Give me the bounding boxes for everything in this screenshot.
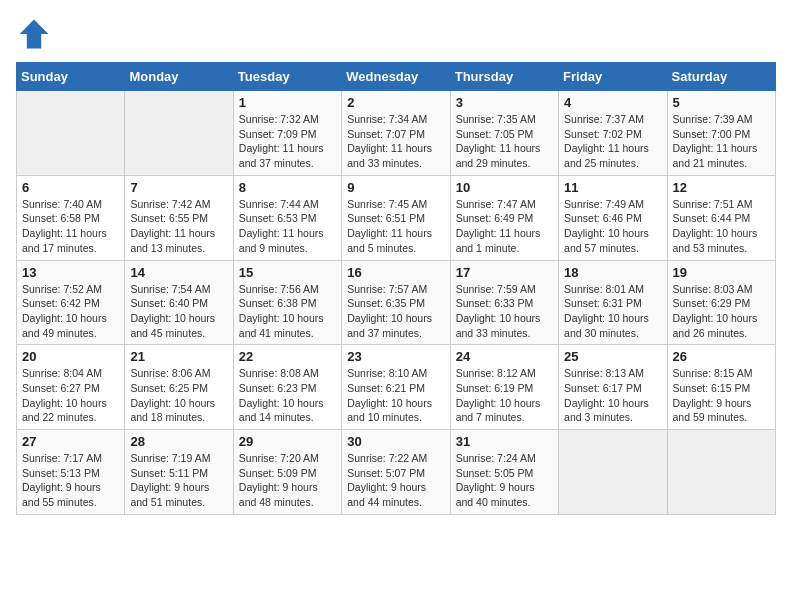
day-info: Sunrise: 8:06 AMSunset: 6:25 PMDaylight:…: [130, 366, 227, 425]
day-number: 8: [239, 180, 336, 195]
day-number: 15: [239, 265, 336, 280]
day-info: Sunrise: 7:44 AMSunset: 6:53 PMDaylight:…: [239, 197, 336, 256]
calendar-cell: [17, 91, 125, 176]
day-number: 7: [130, 180, 227, 195]
weekday-header-row: SundayMondayTuesdayWednesdayThursdayFrid…: [17, 63, 776, 91]
day-info: Sunrise: 8:13 AMSunset: 6:17 PMDaylight:…: [564, 366, 661, 425]
weekday-header-thursday: Thursday: [450, 63, 558, 91]
day-info: Sunrise: 7:34 AMSunset: 7:07 PMDaylight:…: [347, 112, 444, 171]
calendar-cell: 4Sunrise: 7:37 AMSunset: 7:02 PMDaylight…: [559, 91, 667, 176]
day-info: Sunrise: 8:03 AMSunset: 6:29 PMDaylight:…: [673, 282, 770, 341]
day-number: 9: [347, 180, 444, 195]
day-number: 19: [673, 265, 770, 280]
day-info: Sunrise: 8:15 AMSunset: 6:15 PMDaylight:…: [673, 366, 770, 425]
day-info: Sunrise: 7:54 AMSunset: 6:40 PMDaylight:…: [130, 282, 227, 341]
day-info: Sunrise: 7:52 AMSunset: 6:42 PMDaylight:…: [22, 282, 119, 341]
calendar-cell: 10Sunrise: 7:47 AMSunset: 6:49 PMDayligh…: [450, 175, 558, 260]
day-number: 3: [456, 95, 553, 110]
day-info: Sunrise: 8:12 AMSunset: 6:19 PMDaylight:…: [456, 366, 553, 425]
day-number: 20: [22, 349, 119, 364]
day-number: 22: [239, 349, 336, 364]
day-info: Sunrise: 7:24 AMSunset: 5:05 PMDaylight:…: [456, 451, 553, 510]
day-number: 5: [673, 95, 770, 110]
calendar-cell: 31Sunrise: 7:24 AMSunset: 5:05 PMDayligh…: [450, 430, 558, 515]
day-info: Sunrise: 7:22 AMSunset: 5:07 PMDaylight:…: [347, 451, 444, 510]
day-number: 23: [347, 349, 444, 364]
calendar-cell: 20Sunrise: 8:04 AMSunset: 6:27 PMDayligh…: [17, 345, 125, 430]
calendar-cell: 9Sunrise: 7:45 AMSunset: 6:51 PMDaylight…: [342, 175, 450, 260]
day-number: 12: [673, 180, 770, 195]
day-number: 26: [673, 349, 770, 364]
calendar-cell: 29Sunrise: 7:20 AMSunset: 5:09 PMDayligh…: [233, 430, 341, 515]
day-info: Sunrise: 7:51 AMSunset: 6:44 PMDaylight:…: [673, 197, 770, 256]
calendar-cell: 14Sunrise: 7:54 AMSunset: 6:40 PMDayligh…: [125, 260, 233, 345]
calendar-table: SundayMondayTuesdayWednesdayThursdayFrid…: [16, 62, 776, 515]
calendar-cell: 23Sunrise: 8:10 AMSunset: 6:21 PMDayligh…: [342, 345, 450, 430]
day-number: 27: [22, 434, 119, 449]
calendar-cell: 5Sunrise: 7:39 AMSunset: 7:00 PMDaylight…: [667, 91, 775, 176]
day-number: 16: [347, 265, 444, 280]
logo: [16, 16, 58, 52]
calendar-cell: 26Sunrise: 8:15 AMSunset: 6:15 PMDayligh…: [667, 345, 775, 430]
weekday-header-sunday: Sunday: [17, 63, 125, 91]
day-number: 24: [456, 349, 553, 364]
day-info: Sunrise: 7:49 AMSunset: 6:46 PMDaylight:…: [564, 197, 661, 256]
weekday-header-saturday: Saturday: [667, 63, 775, 91]
day-number: 10: [456, 180, 553, 195]
day-number: 4: [564, 95, 661, 110]
day-number: 29: [239, 434, 336, 449]
day-info: Sunrise: 7:40 AMSunset: 6:58 PMDaylight:…: [22, 197, 119, 256]
calendar-cell: 21Sunrise: 8:06 AMSunset: 6:25 PMDayligh…: [125, 345, 233, 430]
day-number: 28: [130, 434, 227, 449]
calendar-cell: [667, 430, 775, 515]
calendar-cell: 19Sunrise: 8:03 AMSunset: 6:29 PMDayligh…: [667, 260, 775, 345]
calendar-cell: 6Sunrise: 7:40 AMSunset: 6:58 PMDaylight…: [17, 175, 125, 260]
calendar-cell: 1Sunrise: 7:32 AMSunset: 7:09 PMDaylight…: [233, 91, 341, 176]
calendar-cell: 7Sunrise: 7:42 AMSunset: 6:55 PMDaylight…: [125, 175, 233, 260]
calendar-cell: 13Sunrise: 7:52 AMSunset: 6:42 PMDayligh…: [17, 260, 125, 345]
day-info: Sunrise: 7:35 AMSunset: 7:05 PMDaylight:…: [456, 112, 553, 171]
weekday-header-friday: Friday: [559, 63, 667, 91]
day-info: Sunrise: 8:04 AMSunset: 6:27 PMDaylight:…: [22, 366, 119, 425]
day-number: 25: [564, 349, 661, 364]
day-number: 1: [239, 95, 336, 110]
day-number: 17: [456, 265, 553, 280]
day-info: Sunrise: 8:01 AMSunset: 6:31 PMDaylight:…: [564, 282, 661, 341]
day-info: Sunrise: 8:08 AMSunset: 6:23 PMDaylight:…: [239, 366, 336, 425]
calendar-cell: 30Sunrise: 7:22 AMSunset: 5:07 PMDayligh…: [342, 430, 450, 515]
day-number: 30: [347, 434, 444, 449]
calendar-cell: 27Sunrise: 7:17 AMSunset: 5:13 PMDayligh…: [17, 430, 125, 515]
calendar-cell: 28Sunrise: 7:19 AMSunset: 5:11 PMDayligh…: [125, 430, 233, 515]
day-info: Sunrise: 8:10 AMSunset: 6:21 PMDaylight:…: [347, 366, 444, 425]
calendar-cell: 16Sunrise: 7:57 AMSunset: 6:35 PMDayligh…: [342, 260, 450, 345]
day-info: Sunrise: 7:47 AMSunset: 6:49 PMDaylight:…: [456, 197, 553, 256]
day-number: 31: [456, 434, 553, 449]
calendar-cell: [559, 430, 667, 515]
calendar-cell: 8Sunrise: 7:44 AMSunset: 6:53 PMDaylight…: [233, 175, 341, 260]
day-info: Sunrise: 7:45 AMSunset: 6:51 PMDaylight:…: [347, 197, 444, 256]
calendar-week-row: 6Sunrise: 7:40 AMSunset: 6:58 PMDaylight…: [17, 175, 776, 260]
calendar-cell: [125, 91, 233, 176]
day-info: Sunrise: 7:19 AMSunset: 5:11 PMDaylight:…: [130, 451, 227, 510]
calendar-week-row: 13Sunrise: 7:52 AMSunset: 6:42 PMDayligh…: [17, 260, 776, 345]
weekday-header-tuesday: Tuesday: [233, 63, 341, 91]
calendar-cell: 12Sunrise: 7:51 AMSunset: 6:44 PMDayligh…: [667, 175, 775, 260]
calendar-cell: 15Sunrise: 7:56 AMSunset: 6:38 PMDayligh…: [233, 260, 341, 345]
day-number: 18: [564, 265, 661, 280]
day-number: 13: [22, 265, 119, 280]
day-info: Sunrise: 7:20 AMSunset: 5:09 PMDaylight:…: [239, 451, 336, 510]
calendar-cell: 24Sunrise: 8:12 AMSunset: 6:19 PMDayligh…: [450, 345, 558, 430]
calendar-week-row: 27Sunrise: 7:17 AMSunset: 5:13 PMDayligh…: [17, 430, 776, 515]
day-number: 2: [347, 95, 444, 110]
day-info: Sunrise: 7:56 AMSunset: 6:38 PMDaylight:…: [239, 282, 336, 341]
calendar-cell: 3Sunrise: 7:35 AMSunset: 7:05 PMDaylight…: [450, 91, 558, 176]
calendar-cell: 17Sunrise: 7:59 AMSunset: 6:33 PMDayligh…: [450, 260, 558, 345]
day-number: 11: [564, 180, 661, 195]
day-info: Sunrise: 7:37 AMSunset: 7:02 PMDaylight:…: [564, 112, 661, 171]
calendar-week-row: 20Sunrise: 8:04 AMSunset: 6:27 PMDayligh…: [17, 345, 776, 430]
calendar-week-row: 1Sunrise: 7:32 AMSunset: 7:09 PMDaylight…: [17, 91, 776, 176]
day-number: 6: [22, 180, 119, 195]
svg-marker-0: [20, 20, 49, 49]
weekday-header-wednesday: Wednesday: [342, 63, 450, 91]
day-info: Sunrise: 7:42 AMSunset: 6:55 PMDaylight:…: [130, 197, 227, 256]
